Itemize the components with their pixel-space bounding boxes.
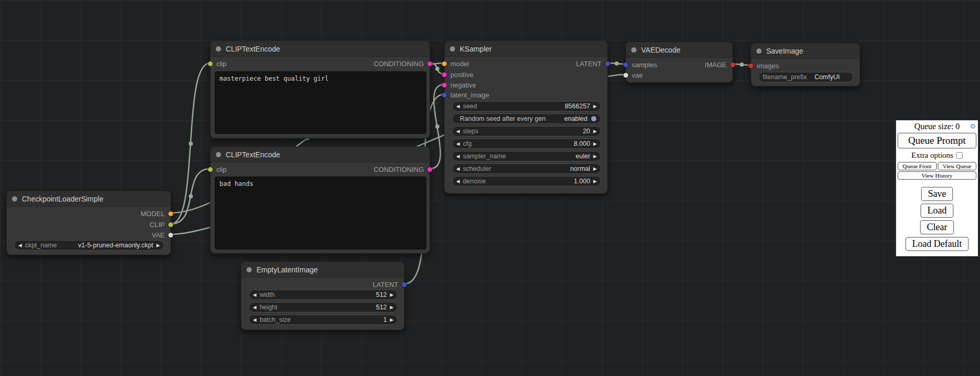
node-clip-text-encode-negative[interactable]: CLIPTextEncode clip CONDITIONING bad han… xyxy=(210,146,430,254)
slot-dot[interactable] xyxy=(748,63,754,69)
output-slot-latent[interactable]: LATENT xyxy=(576,59,610,68)
output-slot-latent[interactable]: LATENT xyxy=(373,280,407,289)
arrow-right-icon[interactable]: ▶ xyxy=(593,179,597,184)
node-title-bar[interactable]: CLIPTextEncode xyxy=(211,147,430,162)
toggle-dot-icon[interactable] xyxy=(591,116,597,122)
slot-dot[interactable] xyxy=(168,222,174,228)
widget-scheduler[interactable]: ◀ scheduler normal ▶ xyxy=(452,164,601,174)
view-history-button[interactable]: View History xyxy=(898,171,976,180)
arrow-right-icon[interactable]: ▶ xyxy=(593,167,597,171)
input-slot-latent-image[interactable]: latent_image xyxy=(442,90,489,99)
arrow-right-icon[interactable]: ▶ xyxy=(156,243,160,248)
slot-dot[interactable] xyxy=(730,62,736,68)
collapse-dot-icon[interactable] xyxy=(216,152,221,157)
node-title-bar[interactable]: CheckpointLoaderSimple xyxy=(7,191,170,207)
node-save-image[interactable]: SaveImage images filename_prefix ComfyUI xyxy=(751,43,860,86)
load-button[interactable]: Load xyxy=(921,204,953,218)
node-clip-text-encode-positive[interactable]: CLIPTextEncode clip CONDITIONING masterp… xyxy=(210,41,430,139)
slot-dot[interactable] xyxy=(207,61,213,67)
widget-random-seed-toggle[interactable]: Random seed after every gen enabled xyxy=(452,114,601,124)
load-default-button[interactable]: Load Default xyxy=(905,237,969,251)
slot-dot[interactable] xyxy=(623,62,629,68)
collapse-dot-icon[interactable] xyxy=(216,46,221,52)
queue-prompt-button[interactable]: Queue Prompt xyxy=(898,133,976,148)
slot-dot[interactable] xyxy=(401,282,407,287)
arrow-left-icon[interactable]: ◀ xyxy=(253,305,256,310)
output-slot-image[interactable]: IMAGE xyxy=(705,60,736,69)
node-canvas[interactable]: { "ui": { "link_color": "#99AA99", "arro… xyxy=(0,0,980,376)
arrow-left-icon[interactable]: ◀ xyxy=(456,154,460,159)
slot-dot[interactable] xyxy=(442,92,447,98)
arrow-left-icon[interactable]: ◀ xyxy=(456,167,460,171)
widget-seed[interactable]: ◀ seed 8566257 ▶ xyxy=(452,101,601,111)
collapse-dot-icon[interactable] xyxy=(756,48,762,54)
slot-dot[interactable] xyxy=(168,232,174,238)
slot-dot[interactable] xyxy=(623,72,629,78)
slot-dot[interactable] xyxy=(168,211,174,217)
input-slot-samples[interactable]: samples xyxy=(623,60,657,69)
slot-dot[interactable] xyxy=(442,61,447,67)
node-title-bar[interactable]: CLIPTextEncode xyxy=(211,41,430,57)
prompt-textarea[interactable]: masterpiece best quality girl xyxy=(215,71,426,134)
widget-denoise[interactable]: ◀ denoise 1.000 ▶ xyxy=(452,176,601,186)
input-slot-model[interactable]: model xyxy=(442,59,469,68)
arrow-right-icon[interactable]: ▶ xyxy=(593,154,597,159)
arrow-right-icon[interactable]: ▶ xyxy=(593,129,597,134)
slot-dot[interactable] xyxy=(427,61,433,67)
node-vae-decode[interactable]: VAEDecode samples vae IMAGE xyxy=(626,42,733,83)
input-slot-images[interactable]: images xyxy=(748,61,779,70)
slot-dot[interactable] xyxy=(442,82,447,88)
prompt-textarea[interactable]: bad hands xyxy=(215,177,426,249)
arrow-left-icon[interactable]: ◀ xyxy=(18,243,22,248)
output-slot-vae[interactable]: VAE xyxy=(152,230,174,240)
input-slot-positive[interactable]: positive xyxy=(442,70,473,79)
arrow-left-icon[interactable]: ◀ xyxy=(456,142,460,146)
queue-front-button[interactable]: Queue Front xyxy=(898,162,937,170)
input-slot-clip[interactable]: clip xyxy=(207,59,227,68)
input-slot-clip[interactable]: clip xyxy=(207,165,227,174)
view-queue-button[interactable]: View Queue xyxy=(938,162,977,170)
output-slot-model[interactable]: MODEL xyxy=(141,209,174,218)
arrow-left-icon[interactable]: ◀ xyxy=(253,293,256,297)
widget-ckpt-name[interactable]: ◀ ckpt_name v1-5-pruned-emaonly.ckpt ▶ xyxy=(14,240,164,250)
collapse-dot-icon[interactable] xyxy=(247,267,252,272)
output-slot-conditioning[interactable]: CONDITIONING xyxy=(374,165,433,174)
arrow-left-icon[interactable]: ◀ xyxy=(456,129,460,134)
arrow-right-icon[interactable]: ▶ xyxy=(593,104,597,109)
arrow-right-icon[interactable]: ▶ xyxy=(593,142,597,146)
input-slot-negative[interactable]: negative xyxy=(442,80,476,90)
arrow-left-icon[interactable]: ◀ xyxy=(253,318,256,322)
arrow-right-icon[interactable]: ▶ xyxy=(390,305,394,310)
save-button[interactable]: Save xyxy=(921,187,953,201)
widget-width[interactable]: ◀ width 512 ▶ xyxy=(249,290,398,300)
node-title-bar[interactable]: SaveImage xyxy=(751,43,860,59)
arrow-left-icon[interactable]: ◀ xyxy=(456,104,460,109)
slot-dot[interactable] xyxy=(427,167,433,172)
node-title-bar[interactable]: VAEDecode xyxy=(626,42,732,58)
collapse-dot-icon[interactable] xyxy=(631,47,636,53)
widget-steps[interactable]: ◀ steps 20 ▶ xyxy=(452,126,601,136)
slot-dot[interactable] xyxy=(442,72,447,78)
arrow-right-icon[interactable]: ▶ xyxy=(390,318,394,322)
widget-batch-size[interactable]: ◀ batch_size 1 ▶ xyxy=(249,315,398,325)
input-slot-vae[interactable]: vae xyxy=(623,70,643,80)
node-ksampler[interactable]: KSampler model positive negative latent_… xyxy=(444,41,608,194)
node-title-bar[interactable]: EmptyLatentImage xyxy=(241,262,404,278)
slot-dot[interactable] xyxy=(605,61,610,67)
arrow-right-icon[interactable]: ▶ xyxy=(390,293,394,297)
widget-cfg[interactable]: ◀ cfg 8.000 ▶ xyxy=(452,139,601,149)
output-slot-clip[interactable]: CLIP xyxy=(150,220,174,229)
output-slot-conditioning[interactable]: CONDITIONING xyxy=(374,59,433,68)
arrow-left-icon[interactable]: ◀ xyxy=(456,179,460,184)
slot-dot[interactable] xyxy=(207,167,213,172)
widget-sampler-name[interactable]: ◀ sampler_name euler ▶ xyxy=(452,151,601,161)
widget-height[interactable]: ◀ height 512 ▶ xyxy=(249,302,398,312)
node-checkpoint-loader[interactable]: CheckpointLoaderSimple MODEL CLIP VAE ◀ … xyxy=(6,191,171,255)
extra-options-checkbox[interactable] xyxy=(956,152,963,159)
widget-filename-prefix[interactable]: filename_prefix ComfyUI xyxy=(758,72,853,82)
node-title-bar[interactable]: KSampler xyxy=(445,41,607,57)
node-empty-latent-image[interactable]: EmptyLatentImage LATENT ◀ width 512 ▶ ◀ … xyxy=(241,261,405,330)
collapse-dot-icon[interactable] xyxy=(12,196,17,202)
clear-button[interactable]: Clear xyxy=(920,220,954,234)
collapse-dot-icon[interactable] xyxy=(450,46,455,52)
